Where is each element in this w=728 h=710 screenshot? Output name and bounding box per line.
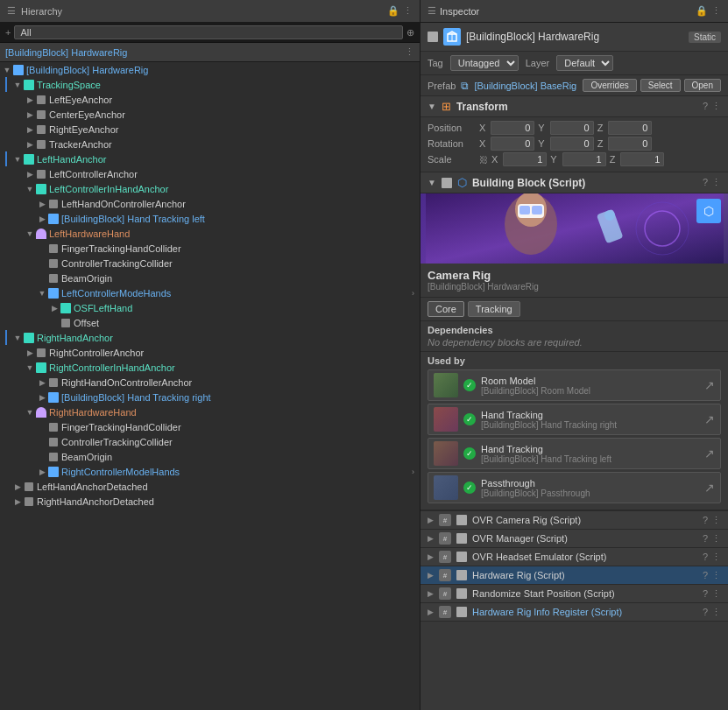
expand-rha[interactable]: ▼	[12, 333, 23, 343]
expand-rcmh[interactable]: ▶	[37, 467, 47, 477]
tab-core[interactable]: Core	[428, 301, 464, 317]
randomize-menu-icon[interactable]: ⋮	[711, 588, 721, 600]
position-x[interactable]	[491, 121, 534, 135]
tree-item-trackingspace[interactable]: ▼ TrackingSpace	[0, 77, 420, 92]
expand-trackeranchor[interactable]: ▶	[25, 139, 35, 150]
ovr-manager-menu-icon[interactable]: ⋮	[711, 533, 721, 545]
open-button[interactable]: Open	[684, 79, 721, 92]
scale-y[interactable]	[562, 152, 606, 166]
tree-item-lhoca[interactable]: ▶ LeftHandOnControllerAnchor	[0, 196, 420, 211]
object-active-checkbox[interactable]	[428, 32, 438, 42]
tree-item-rca[interactable]: ▶ RightControllerAnchor	[0, 345, 420, 360]
bb-image-icon[interactable]: ⬡	[696, 199, 721, 223]
tree-item-beamorigin2[interactable]: BeamOrigin	[0, 449, 420, 464]
expand-rhtright[interactable]: ▶	[37, 392, 47, 403]
tree-item-ctc2[interactable]: ControllerTrackingCollider	[0, 434, 420, 449]
tree-item-rhad[interactable]: ▶ RightHandAnchorDetached	[0, 494, 420, 509]
expand-lhh[interactable]: ▼	[25, 228, 35, 239]
ovr-headset-menu-icon[interactable]: ⋮	[711, 552, 721, 563]
tree-item-ftc[interactable]: FingerTrackingHandCollider	[0, 241, 420, 256]
ovr-manager-header[interactable]: ▶ # OVR Manager (Script) ? ⋮	[421, 530, 728, 547]
hwrig-info-menu-icon[interactable]: ⋮	[711, 607, 721, 618]
tree-item-offset[interactable]: Offset	[0, 315, 420, 330]
ovr-headset-emulator-header[interactable]: ▶ # OVR Headset Emulator (Script) ? ⋮	[421, 548, 728, 566]
ovr-camera-checkbox[interactable]	[456, 515, 467, 525]
search-input[interactable]	[14, 25, 403, 39]
hardware-rig-help-icon[interactable]: ?	[703, 570, 708, 581]
randomize-checkbox[interactable]	[456, 588, 467, 599]
ht2-link-icon[interactable]: ↗	[704, 446, 715, 460]
expand-rhad[interactable]: ▶	[12, 496, 23, 507]
expand-root[interactable]: ▼	[2, 65, 12, 75]
transform-section-header[interactable]: ▼ ⊞ Transform ? ⋮	[421, 96, 728, 117]
bb-menu-icon[interactable]: ⋮	[711, 177, 721, 188]
expand-lhtleft[interactable]: ▶	[37, 214, 47, 224]
scale-x[interactable]	[503, 152, 547, 166]
expand-osf[interactable]: ▶	[49, 303, 60, 313]
tree-item-osflefthand[interactable]: ▶ OSFLeftHand	[0, 300, 420, 315]
room-link-icon[interactable]: ↗	[704, 378, 715, 392]
rotation-z[interactable]	[608, 137, 652, 151]
expand-lhoca[interactable]: ▶	[37, 199, 47, 209]
layer-dropdown[interactable]: Default	[556, 55, 613, 71]
bb-help-icon[interactable]: ?	[703, 177, 708, 188]
hardware-rig-info-header[interactable]: ▶ # Hardware Rig Info Register (Script) …	[421, 603, 728, 621]
tree-item-rciha[interactable]: ▼ RightControllerInHandAnchor	[0, 360, 420, 375]
tag-dropdown[interactable]: Untagged	[450, 55, 519, 71]
expand-rca[interactable]: ▶	[25, 348, 35, 358]
position-z[interactable]	[608, 121, 652, 135]
tree-item-rhoca[interactable]: ▶ RightHandOnControllerAnchor	[0, 375, 420, 390]
bb-checkbox[interactable]	[442, 178, 452, 188]
hwrig-info-checkbox[interactable]	[456, 607, 467, 617]
expand-bo2[interactable]	[37, 452, 47, 462]
select-button[interactable]: Select	[640, 79, 681, 92]
tree-item-ctc[interactable]: ControllerTrackingCollider	[0, 256, 420, 271]
tree-item-leftcontrolleranchor[interactable]: ▶ LeftControllerAnchor	[0, 166, 420, 181]
tree-item-root[interactable]: ▼ [BuildingBlock] HardwareRig	[0, 62, 420, 77]
ovr-headset-checkbox[interactable]	[456, 552, 467, 562]
expand-ftc[interactable]	[37, 243, 47, 254]
tree-item-lciha[interactable]: ▼ LeftControllerInHandAnchor	[0, 181, 420, 196]
tree-item-beamorigin[interactable]: BeamOrigin	[0, 271, 420, 285]
expand-rhh[interactable]: ▼	[25, 407, 35, 418]
hardware-rig-checkbox[interactable]	[456, 570, 467, 580]
randomize-start-header[interactable]: ▶ # Randomize Start Position (Script) ? …	[421, 585, 728, 602]
tree-item-centereyeanchor[interactable]: ▶ CenterEyeAnchor	[0, 107, 420, 122]
tab-tracking[interactable]: Tracking	[468, 301, 520, 317]
expand-rhoca[interactable]: ▶	[37, 377, 47, 388]
rotation-x[interactable]	[491, 137, 534, 151]
expand-lcmh[interactable]: ▼	[37, 288, 47, 299]
ovr-manager-help-icon[interactable]: ?	[703, 533, 708, 545]
expand-rciha[interactable]: ▼	[25, 362, 35, 373]
hardware-rig-menu-icon[interactable]: ⋮	[711, 570, 721, 581]
overrides-button[interactable]: Overrides	[583, 79, 636, 92]
tree-item-righthardwarehand[interactable]: ▼ RightHardwareHand	[0, 404, 420, 419]
hwrig-info-help-icon[interactable]: ?	[703, 607, 708, 618]
add-icon[interactable]: +	[5, 27, 11, 38]
expand-ctc2[interactable]	[37, 437, 47, 447]
transform-menu-icon[interactable]: ⋮	[711, 101, 721, 112]
expand-lciha[interactable]: ▼	[25, 184, 35, 194]
tree-item-trackeranchor[interactable]: ▶ TrackerAnchor	[0, 137, 420, 151]
expand-lca[interactable]: ▶	[25, 169, 35, 179]
expand-centereyeanchor[interactable]: ▶	[25, 109, 35, 120]
bb-section-header[interactable]: ▼ ⬡ Building Block (Script) ? ⋮	[421, 172, 728, 193]
randomize-help-icon[interactable]: ?	[703, 588, 708, 600]
tree-item-ftc2[interactable]: FingerTrackingHandCollider	[0, 419, 420, 434]
root-menu-icon[interactable]: ⋮	[405, 46, 414, 58]
tree-item-lefthardwarehand[interactable]: ▼ LeftHardwareHand	[0, 226, 420, 241]
ovr-manager-checkbox[interactable]	[456, 533, 467, 544]
expand-lefteyeanchor[interactable]: ▶	[25, 95, 35, 105]
expand-lhad[interactable]: ▶	[12, 482, 23, 492]
tree-item-lhtleft[interactable]: ▶ [BuildingBlock] Hand Tracking left	[0, 211, 420, 226]
tree-item-lefthandanchor[interactable]: ▼ LeftHandAnchor	[0, 151, 420, 166]
tree-item-lefteyeanchor[interactable]: ▶ LeftEyeAnchor	[0, 92, 420, 107]
tree-item-righteyeanchor[interactable]: ▶ RightEyeAnchor	[0, 122, 420, 137]
pt-link-icon[interactable]: ↗	[704, 481, 715, 495]
rotation-y[interactable]	[550, 137, 594, 151]
ovr-camera-menu-icon[interactable]: ⋮	[711, 515, 721, 526]
expand-offset[interactable]	[49, 318, 60, 328]
expand-lefthandanchor[interactable]: ▼	[12, 154, 23, 165]
expand-ctc[interactable]	[37, 258, 47, 269]
position-y[interactable]	[550, 121, 594, 135]
